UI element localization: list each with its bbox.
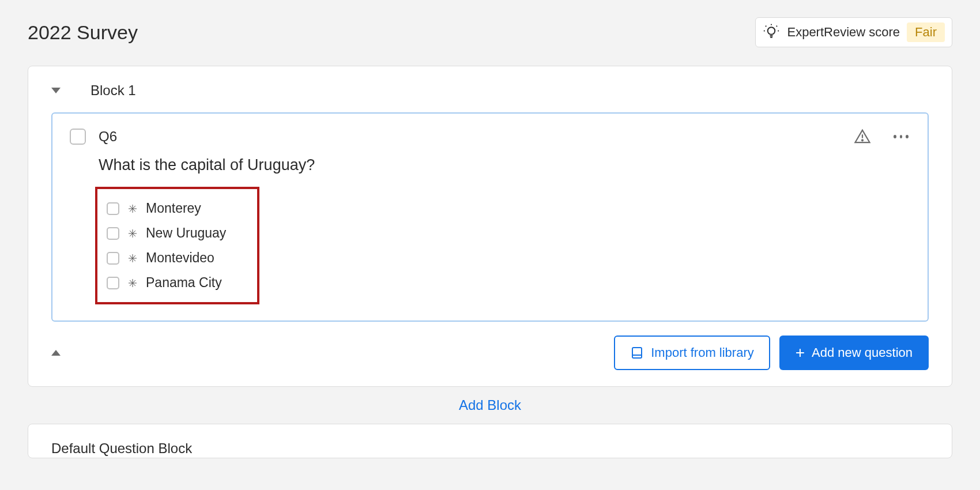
block-title[interactable]: Default Question Block [51, 440, 192, 456]
choice-checkbox[interactable] [107, 227, 119, 240]
answer-choice[interactable]: Panama City [107, 270, 226, 295]
choice-checkbox[interactable] [107, 277, 119, 289]
chevron-up-icon[interactable] [51, 350, 61, 356]
choice-label[interactable]: Monterey [146, 201, 201, 216]
answer-choice[interactable]: New Uruguay [107, 221, 226, 246]
plus-icon: + [796, 345, 805, 361]
choice-label[interactable]: Panama City [146, 275, 222, 291]
answer-choice[interactable]: Monterey [107, 196, 226, 221]
svg-rect-26 [632, 348, 642, 358]
answer-choice[interactable]: Montevideo [107, 246, 226, 270]
add-question-label: Add new question [812, 345, 913, 360]
add-new-question-button[interactable]: + Add new question [779, 336, 929, 370]
lightbulb-icon [763, 24, 780, 41]
svg-line-5 [777, 26, 777, 27]
survey-block: Default Question Block [28, 424, 952, 458]
expert-review-widget[interactable]: ExpertReview score Fair [755, 17, 952, 47]
question-text[interactable]: What is the capital of Uruguay? [99, 156, 910, 174]
question-card[interactable]: Q6 What is the capital of Urugu [51, 112, 929, 322]
svg-point-9 [862, 140, 863, 141]
survey-block: Block 1 Q6 [28, 66, 952, 387]
import-from-library-button[interactable]: Import from library [614, 336, 770, 370]
choice-label[interactable]: Montevideo [146, 250, 214, 266]
svg-line-4 [766, 26, 766, 27]
drag-handle-icon[interactable] [127, 228, 138, 239]
drag-handle-icon[interactable] [127, 278, 138, 288]
import-label: Import from library [651, 345, 753, 360]
chevron-down-icon[interactable] [51, 88, 61, 93]
svg-point-0 [768, 27, 775, 35]
survey-title: 2022 Survey [28, 21, 138, 44]
question-select-checkbox[interactable] [70, 129, 86, 145]
choice-label[interactable]: New Uruguay [146, 225, 226, 241]
drag-handle-icon[interactable] [127, 203, 138, 214]
expert-review-label: ExpertReview score [787, 25, 900, 40]
more-options-icon[interactable] [892, 127, 910, 146]
choice-checkbox[interactable] [107, 252, 119, 265]
choice-checkbox[interactable] [107, 202, 119, 215]
drag-handle-icon[interactable] [127, 253, 138, 263]
expert-review-score-badge: Fair [907, 22, 945, 42]
choices-highlight-box: Monterey New Uruguay [95, 187, 259, 304]
warning-icon[interactable] [854, 128, 871, 145]
library-icon [630, 346, 644, 360]
block-title[interactable]: Block 1 [91, 82, 136, 99]
add-block-link[interactable]: Add Block [459, 397, 521, 413]
question-number: Q6 [99, 129, 117, 145]
